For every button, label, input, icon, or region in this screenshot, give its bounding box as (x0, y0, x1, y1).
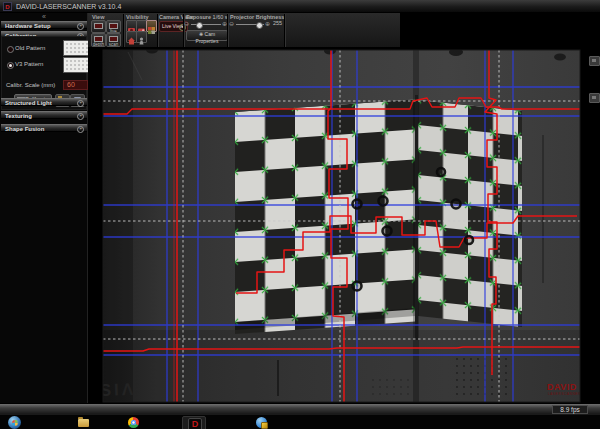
exposure-value: 1/60 s (213, 14, 228, 20)
toolbar: View live depth scan Visibility (88, 13, 400, 48)
chevron-expander-icon[interactable]: » (77, 113, 84, 120)
toolbar-divider (123, 14, 124, 47)
old-pattern-radio[interactable] (7, 46, 14, 53)
taskbar-item-david[interactable]: D (182, 416, 206, 429)
view-button-caption: depth (93, 42, 104, 47)
projector-brightness-value: 255 (273, 20, 282, 26)
visibility-texture-button[interactable] (146, 20, 157, 32)
plus-icon[interactable]: ⊕ (265, 21, 270, 27)
svg-text:DAVID: DAVID (547, 382, 577, 392)
camera-live-image: SIΛ (88, 48, 600, 403)
chevron-expander-icon[interactable]: » (77, 100, 84, 107)
taskbar-item-browser[interactable] (250, 416, 272, 429)
sidebar-collapse-icon[interactable]: « (0, 14, 88, 21)
panel-label: Texturing (5, 113, 32, 119)
minus-icon[interactable]: ⊖ (184, 21, 189, 27)
sidebar-item-hardware-setup[interactable]: Hardware Setup » (1, 21, 87, 29)
dot-pattern-region (452, 355, 510, 399)
david-watermark: DAVID LASERSCANNER (547, 382, 581, 396)
statue-icon (137, 36, 146, 46)
title-bar: D DAVID-LASERSCANNER v3.10.4 (0, 0, 600, 13)
app-icon: D (3, 2, 12, 11)
v3-pattern-thumbnail[interactable] (63, 57, 89, 73)
david-app-icon: D (188, 418, 202, 429)
cam-properties-button[interactable]: ❋ Cam Properties (186, 30, 228, 41)
sidebar-item-structured-light[interactable]: Structured Light » (1, 98, 87, 106)
camera-icon[interactable] (589, 56, 600, 66)
sidebar: « Hardware Setup » Calibration » Old Pat… (0, 13, 88, 414)
panel-label: Structured Light (5, 100, 52, 106)
calibration-board-right (418, 100, 522, 327)
house-icon (127, 36, 136, 46)
view-depth-button[interactable]: depth (91, 33, 106, 47)
taskbar-item-explorer[interactable] (72, 416, 94, 429)
toolbar-divider (183, 14, 184, 47)
monitor-icon (94, 23, 103, 29)
taskbar: D (0, 414, 600, 429)
app-window: D DAVID-LASERSCANNER v3.10.4 « Hardware … (0, 0, 600, 429)
chevron-expander-icon[interactable]: » (77, 126, 84, 133)
old-pattern-thumbnail[interactable] (63, 40, 89, 56)
old-pattern-label: Old Pattern (15, 45, 45, 52)
toolbar-divider (157, 14, 158, 47)
browser-shield-icon (256, 417, 267, 428)
v3-pattern-radio[interactable] (7, 62, 14, 69)
folder-icon (78, 419, 89, 427)
exposure-slider-knob[interactable] (196, 22, 203, 29)
status-bar: 8.9 fps (0, 403, 600, 414)
texture-icon (147, 25, 156, 35)
toolbar-divider (227, 14, 228, 47)
visibility-model-button[interactable] (136, 31, 147, 43)
view-scan-button[interactable]: scan (106, 33, 121, 47)
view-button-caption: scan (109, 42, 119, 47)
panel-label: Hardware Setup (5, 23, 51, 29)
svg-text:LASERSCANNER: LASERSCANNER (548, 392, 581, 396)
view-live-button[interactable]: live (106, 20, 121, 33)
calib-scale-label: Calibr. Scale (mm) (6, 82, 55, 89)
gear-icon: ❋ (199, 31, 203, 37)
windows-start-icon (8, 416, 21, 429)
minus-icon[interactable]: ⊖ (229, 21, 234, 27)
wall-logo-text: SIΛ (99, 380, 136, 400)
toolbar-divider (284, 14, 285, 47)
camera-viewport: SIΛ (88, 48, 600, 403)
v3-pattern-label: V3 Pattern (15, 61, 43, 68)
save-icon[interactable] (589, 93, 600, 103)
exposure-label: Exposure (186, 14, 211, 20)
projector-slider-knob[interactable] (256, 22, 263, 29)
window-title: DAVID-LASERSCANNER v3.10.4 (16, 2, 121, 11)
start-button[interactable] (4, 416, 22, 429)
sidebar-item-shape-fusion[interactable]: Shape Fusion » (1, 124, 87, 132)
sidebar-item-texturing[interactable]: Texturing » (1, 111, 87, 119)
calib-scale-input[interactable]: 60 (63, 80, 88, 90)
panel-label: Shape Fusion (5, 126, 44, 132)
exposure-group-label: Exposure 1/60 s (186, 14, 228, 20)
chrome-icon (128, 417, 139, 428)
taskbar-item-chrome[interactable] (122, 416, 144, 429)
chevron-expander-icon[interactable]: » (77, 23, 84, 30)
fps-indicator: 8.9 fps (552, 405, 588, 414)
view-3d-button[interactable] (91, 20, 106, 33)
